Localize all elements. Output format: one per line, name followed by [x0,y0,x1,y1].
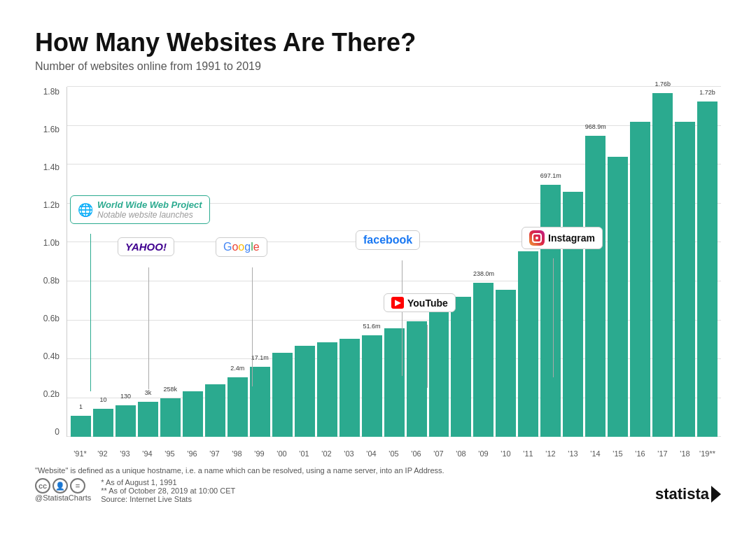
x-axis-label: '03 [339,449,359,458]
x-axis-label: '93 [115,449,135,458]
instagram-line [553,258,554,377]
bar-group [340,87,360,437]
bar-group: 968.9m [585,87,606,437]
bar: 130 [115,405,136,437]
x-axis-label: '09 [473,449,493,458]
x-axis-label: '97 [204,449,225,458]
x-axis-label: '11 [518,449,538,458]
bar [518,251,538,437]
bar-group: 51.6m [362,87,382,437]
x-axis-label: '99 [249,449,270,458]
x-axis-label: '01 [294,449,314,458]
bar-value-label: 1 [79,403,83,410]
x-axis-label: '05 [384,449,404,458]
bar [317,342,337,437]
x-axis-label: '92 [92,449,113,458]
asterisk2-note: ** As of October 28, 2019 at 10:00 CET [101,486,235,495]
y-label-04: 0.4b [35,351,63,361]
bar [340,339,360,437]
x-axis-label: '94 [137,449,158,458]
footer: "Website" is defined as a unique hostnam… [35,466,721,503]
x-axis: '91*'92'93'94'95'96'97'98'99'00'01'02'03… [66,449,721,458]
bar [608,157,628,437]
bar: 1.72b [697,102,718,437]
bar-value-label: 697.1m [540,172,561,179]
x-axis-label: '95 [160,449,180,458]
bar-group [608,87,628,437]
bar [205,384,225,437]
bar: 10 [93,409,113,437]
bar-group [429,87,449,437]
y-label-12: 1.2b [35,200,63,210]
bar-group [675,87,695,437]
bar-group [496,87,516,437]
bar: 2.4m [227,377,248,437]
y-label-0: 0 [35,427,63,437]
google-line [252,267,253,386]
x-axis-label: '18 [675,449,695,458]
asterisk1-note: * As of August 1, 1991 [101,478,235,486]
statista-arrow-icon [711,486,721,503]
bar: 1 [71,416,91,437]
x-axis-label: '98 [227,449,247,458]
x-axis-label: '02 [316,449,337,458]
x-axis-label: '91* [70,449,90,458]
statista-text: statista [655,485,709,503]
y-label-18: 1.8b [35,87,63,97]
bar-group: 130 [115,87,136,437]
bar: 1.76b [652,93,673,438]
www-line [90,234,91,391]
bar-value-label: 258k [164,386,178,393]
bar-value-label: 10 [99,396,106,403]
bar-group: 238.0m [473,87,493,437]
y-label-06: 0.6b [35,314,63,323]
x-axis-label: '08 [451,449,471,458]
x-axis-label: '04 [361,449,382,458]
bar-group: 697.1m [540,87,561,437]
www-annotation: 🌐 World Wide Web Project Notable website… [70,195,210,224]
bar-group [205,87,225,437]
yahoo-line [148,267,149,389]
bar: 17.1m [250,367,270,437]
chart-subtitle: Number of websites online from 1991 to 2… [35,60,721,73]
bar [496,290,516,437]
chart-plot-area: 1101303k258k2.4m17.1m51.6m238.0m697.1m96… [66,87,721,437]
yahoo-annotation: YAHOO! [118,237,174,256]
cc-icons: cc 👤 = [35,478,91,493]
bar [407,321,427,437]
chart-title: How Many Websites Are There? [35,28,721,57]
bar [451,297,471,437]
bar [630,122,650,437]
bar-value-label: 51.6m [363,323,381,330]
bar-group: 258k [160,87,181,437]
bar-group [295,87,315,437]
cc-icon: cc [35,478,50,493]
x-axis-label: '10 [496,449,516,458]
bar-group: 1.76b [652,87,673,437]
youtube-label: YouTube [407,298,448,309]
x-axis-label: '14 [585,449,606,458]
bar-group [407,87,427,437]
bar-group [563,87,583,437]
bar-group [272,87,293,437]
yahoo-label: YAHOO! [125,241,167,253]
y-label-16: 1.6b [35,125,63,134]
youtube-icon: ▶ [391,297,404,309]
bar-group [183,87,203,437]
bar-value-label: 968.9m [585,123,606,130]
bar-value-label: 3k [145,389,152,396]
www-label: World Wide Web Project [97,200,202,210]
bar: 697.1m [540,185,561,437]
bar-value-label: 2.4m [230,365,244,372]
bar-group: 10 [93,87,113,437]
bar-group [630,87,650,437]
eq-icon: = [70,478,85,493]
facebook-label: facebook [363,234,412,246]
www-sublabel: Notable website launches [97,210,202,220]
bar-value-label: 238.0m [473,270,494,277]
bar-value-label: 17.1m [251,354,269,361]
facebook-line [402,260,402,376]
instagram-icon [529,230,545,246]
bar [429,311,449,437]
globe-icon: 🌐 [78,202,93,218]
